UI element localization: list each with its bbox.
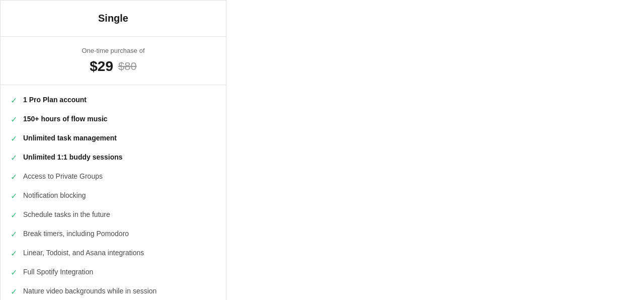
check-icon: ✓ (11, 287, 17, 296)
check-icon: ✓ (11, 230, 17, 239)
feature-text: Schedule tasks in the future (23, 210, 110, 220)
feature-text: 150+ hours of flow music (23, 114, 108, 124)
feature-item: ✓Notification blocking (11, 191, 216, 201)
check-icon: ✓ (11, 96, 17, 105)
feature-item: ✓Full Spotify Integration (11, 267, 216, 277)
check-icon: ✓ (11, 115, 17, 124)
feature-item: ✓150+ hours of flow music (11, 114, 216, 124)
check-icon: ✓ (11, 191, 17, 201)
card-header: Single (1, 1, 226, 37)
feature-text: Notification blocking (23, 191, 86, 201)
feature-item: ✓Schedule tasks in the future (11, 210, 216, 220)
feature-item: ✓Break timers, including Pomodoro (11, 229, 216, 239)
feature-text: Full Spotify Integration (23, 267, 93, 277)
feature-text: Nature video backgrounds while in sessio… (23, 286, 156, 296)
feature-item: ✓Access to Private Groups (11, 172, 216, 182)
plan-title: Single (98, 13, 128, 24)
feature-text: Linear, Todoist, and Asana integrations (23, 248, 144, 258)
check-icon: ✓ (11, 268, 17, 277)
feature-text: Unlimited 1:1 buddy sessions (23, 153, 123, 163)
feature-text: 1 Pro Plan account (23, 95, 87, 105)
pricing-card: Single One-time purchase of $29 $80 ✓1 P… (0, 0, 226, 300)
feature-item: ✓Linear, Todoist, and Asana integrations (11, 248, 216, 258)
feature-text: Access to Private Groups (23, 172, 103, 182)
pricing-section: One-time purchase of $29 $80 (1, 37, 226, 85)
pricing-label: One-time purchase of (11, 47, 216, 54)
check-icon: ✓ (11, 153, 17, 163)
current-price: $29 (90, 58, 113, 74)
check-icon: ✓ (11, 210, 17, 220)
feature-item: ✓1 Pro Plan account (11, 95, 216, 105)
feature-text: Unlimited task management (23, 133, 117, 143)
original-price: $80 (118, 60, 137, 73)
pricing-values: $29 $80 (11, 58, 216, 74)
check-icon: ✓ (11, 172, 17, 182)
feature-item: ✓Nature video backgrounds while in sessi… (11, 286, 216, 296)
check-icon: ✓ (11, 134, 17, 143)
check-icon: ✓ (11, 249, 17, 258)
features-list: ✓1 Pro Plan account✓150+ hours of flow m… (1, 85, 226, 300)
feature-item: ✓Unlimited task management (11, 133, 216, 143)
feature-text: Break timers, including Pomodoro (23, 229, 129, 239)
feature-item: ✓Unlimited 1:1 buddy sessions (11, 153, 216, 163)
